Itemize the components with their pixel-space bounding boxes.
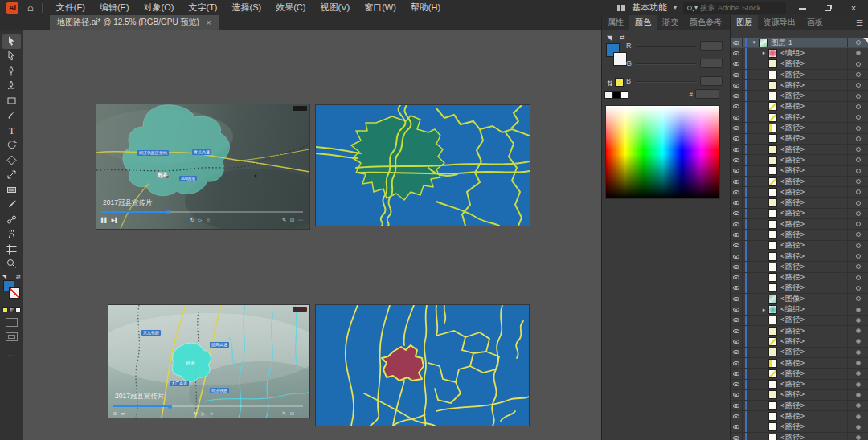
layer-name[interactable]: <编组> (780, 304, 847, 315)
color-spectrum[interactable] (605, 105, 720, 199)
layer-row-path[interactable]: <路径> (731, 198, 868, 208)
visibility-toggle[interactable] (731, 219, 743, 229)
layer-name[interactable]: <路径> (780, 165, 847, 176)
target-column[interactable] (847, 155, 868, 165)
layer-row-path[interactable]: <路径> (731, 380, 868, 390)
tool-blend[interactable] (2, 212, 21, 227)
layer-name[interactable]: <路径> (780, 101, 847, 112)
layer-thumbnail[interactable] (768, 283, 777, 292)
stroke-none-swatch[interactable] (613, 52, 627, 66)
layer-row-path[interactable]: <路径> (731, 166, 868, 177)
layer-row-path[interactable]: <路径> (731, 273, 868, 283)
target-column[interactable] (847, 91, 868, 100)
target-column[interactable] (847, 80, 868, 90)
layer-row-path[interactable]: <路径> (731, 241, 868, 251)
visibility-toggle[interactable] (731, 230, 743, 239)
layer-thumbnail[interactable] (768, 434, 777, 440)
layer-row-path[interactable]: <路径> (731, 326, 868, 336)
target-column[interactable] (847, 102, 868, 112)
layer-row-path[interactable]: <路径> (731, 102, 868, 112)
layer-thumbnail[interactable] (768, 102, 777, 111)
video-progress-bar[interactable] (113, 405, 303, 407)
tool-symbol-sprayer[interactable] (2, 227, 21, 242)
visibility-toggle[interactable] (731, 401, 743, 410)
layer-thumbnail[interactable] (768, 316, 777, 324)
menu-item-7[interactable]: 窗口(W) (357, 2, 403, 14)
last-color-swatch[interactable] (615, 78, 624, 87)
layer-row-path[interactable]: <路径> (731, 219, 868, 230)
layer-name[interactable]: <路径> (780, 145, 847, 155)
layer-thumbnail[interactable] (768, 188, 777, 197)
layer-row-image[interactable]: <图像> (731, 294, 868, 304)
layer-thumbnail[interactable] (768, 337, 777, 346)
layer-thumbnail[interactable] (768, 230, 777, 239)
layer-name[interactable]: <路径> (780, 369, 847, 379)
visibility-toggle[interactable] (731, 433, 743, 440)
more-tools-button[interactable]: … (7, 349, 16, 358)
layer-row-path[interactable]: <路径> (731, 177, 868, 187)
tool-curvature[interactable] (2, 79, 21, 94)
visibility-toggle[interactable] (731, 198, 743, 207)
target-column[interactable] (847, 433, 868, 440)
more-icon[interactable]: ⋯ (298, 217, 303, 222)
layer-row-path[interactable]: <路径> (731, 348, 868, 358)
visibility-toggle[interactable] (731, 112, 743, 122)
target-column[interactable] (847, 348, 868, 357)
tool-scale[interactable] (2, 168, 21, 183)
color-panel-tab-2[interactable]: 渐变 (657, 15, 684, 30)
none-button[interactable] (15, 307, 21, 312)
target-column[interactable] (847, 390, 868, 400)
rotate-icon[interactable]: ↻ (194, 410, 198, 416)
layer-row-group[interactable]: ▸<编组> (731, 304, 868, 315)
rotate-icon[interactable]: ↻ (190, 217, 194, 222)
black-swatch[interactable] (612, 91, 620, 99)
visibility-toggle[interactable] (731, 59, 743, 69)
target-column[interactable] (847, 59, 868, 69)
visibility-toggle[interactable] (731, 209, 743, 218)
layer-name[interactable]: <路径> (780, 240, 847, 251)
visibility-toggle[interactable] (731, 155, 743, 165)
layer-row-path[interactable]: <路径> (731, 358, 868, 369)
layer-row-path[interactable]: <路径> (731, 59, 868, 70)
target-column[interactable] (847, 145, 868, 154)
screen-icon[interactable]: ⊡ (290, 410, 294, 416)
layer-thumbnail[interactable] (768, 241, 777, 250)
layer-name[interactable]: <路径> (780, 379, 847, 389)
layer-thumbnail[interactable] (768, 295, 777, 304)
layer-thumbnail[interactable] (768, 273, 777, 282)
layer-thumbnail[interactable] (768, 166, 777, 175)
visibility-toggle[interactable] (731, 48, 743, 58)
layer-row-group[interactable]: ▸<编组> (731, 48, 868, 59)
layer-name[interactable]: <路径> (780, 401, 847, 411)
blue-slider[interactable] (636, 81, 696, 82)
target-column[interactable] (847, 187, 868, 197)
visibility-toggle[interactable] (731, 241, 743, 251)
hex-value-field[interactable] (695, 89, 719, 99)
next-icon[interactable]: ▶▌ (112, 217, 119, 222)
layer-name[interactable]: <路径> (780, 326, 847, 336)
layer-name[interactable]: <路径> (780, 208, 847, 218)
target-column[interactable] (847, 316, 868, 325)
restore-button[interactable] (818, 3, 837, 13)
visibility-toggle[interactable] (731, 336, 743, 346)
tool-rotate[interactable] (2, 138, 21, 153)
layer-row-path[interactable]: <路径> (731, 91, 868, 101)
visibility-toggle[interactable] (731, 316, 743, 325)
visibility-toggle[interactable] (731, 380, 743, 389)
visibility-toggle[interactable] (731, 262, 743, 271)
layer-thumbnail[interactable] (768, 92, 777, 100)
red-value-field[interactable] (700, 41, 723, 51)
swap-colors-icon[interactable]: ⇄ (16, 274, 21, 280)
target-column[interactable] (847, 411, 868, 421)
layer-row-path[interactable]: <路径> (731, 369, 868, 379)
visibility-toggle[interactable] (731, 134, 743, 144)
vector-map-2[interactable] (316, 305, 529, 426)
layer-row-path[interactable]: <路径> (731, 123, 868, 133)
visibility-toggle[interactable] (731, 369, 743, 378)
default-colors-icon[interactable]: ◥ (607, 35, 612, 42)
tool-rectangle[interactable] (2, 93, 21, 108)
stock-search[interactable]: ▾ (683, 2, 786, 14)
play-icon[interactable]: ▷ (199, 217, 203, 222)
layer-row-path[interactable]: <路径> (731, 155, 868, 165)
layer-row-path[interactable]: <路径> (731, 70, 868, 80)
